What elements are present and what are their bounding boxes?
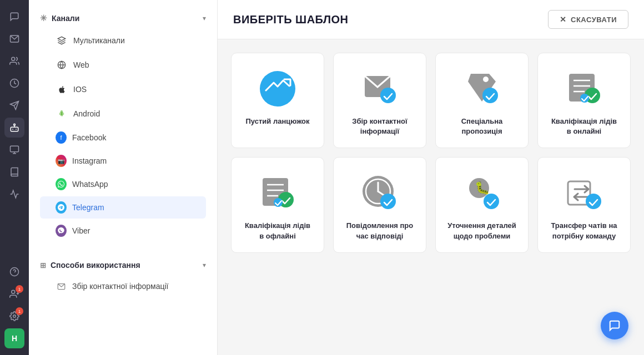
- facebook-icon: f: [56, 132, 67, 143]
- book-nav-icon[interactable]: [4, 162, 24, 182]
- template-icon-team-transfer: [564, 173, 604, 213]
- sidebar-item-android[interactable]: Android: [40, 102, 206, 125]
- sidebar-item-contact-info[interactable]: Збір контактної інформації: [40, 275, 206, 297]
- template-card-problem-details[interactable]: 🐛 Уточнення деталей щодо проблеми: [435, 157, 529, 252]
- svg-point-50: [586, 194, 601, 209]
- channels-section: ✳ Канали ▾ Мультиканали Web IOS: [29, 0, 217, 247]
- monitor-nav-icon[interactable]: [4, 140, 24, 160]
- sidebar-item-telegram[interactable]: Telegram: [40, 196, 206, 219]
- sidebar-item-multichannel[interactable]: Мультиканали: [40, 29, 206, 52]
- sidebar-item-web[interactable]: Web: [40, 53, 206, 77]
- template-card-special-offer[interactable]: Спеціальна пропозиція: [435, 53, 529, 148]
- svg-rect-10: [11, 146, 19, 152]
- contact-info-icon: [56, 281, 67, 292]
- template-label-special-offer: Спеціальна пропозиція: [447, 116, 517, 136]
- main-content: ВИБЕРІТЬ ШАБЛОН ✕ СКАСУВАТИ Пустий ланцю…: [218, 0, 644, 355]
- svg-point-25: [483, 77, 489, 82]
- mail-nav-icon[interactable]: [4, 29, 24, 49]
- bot-nav-icon[interactable]: [4, 118, 24, 138]
- apple-icon: [56, 83, 68, 95]
- sidebar-item-whatsapp[interactable]: WhatsApp: [40, 173, 206, 195]
- page-title: ВИБЕРІТЬ ШАБЛОН: [233, 13, 349, 26]
- channels-section-header[interactable]: ✳ Канали ▾: [40, 9, 206, 28]
- usage-section-header[interactable]: ⊞ Способи використання ▾: [40, 256, 206, 274]
- templates-area: Пустий ланцюжок Збір контактної інформац…: [218, 39, 644, 355]
- template-icon-empty-chain: [258, 69, 298, 109]
- floating-chat-button[interactable]: [601, 312, 628, 339]
- template-card-leads-online[interactable]: Кваліфікація лідів в онлайні: [537, 53, 631, 148]
- whatsapp-icon: [56, 179, 67, 190]
- svg-point-38: [274, 198, 283, 207]
- contact-info-label: Збір контактної інформації: [72, 282, 168, 291]
- template-card-empty-chain[interactable]: Пустий ланцюжок: [231, 53, 324, 148]
- channels-chevron-icon: ▾: [203, 14, 206, 22]
- usage-chevron-icon: ▾: [203, 261, 206, 269]
- svg-text:🐛: 🐛: [475, 180, 490, 195]
- multichannel-label: Мультиканали: [73, 36, 125, 45]
- template-label-empty-chain: Пустий ланцюжок: [245, 116, 309, 126]
- template-label-leads-offline: Кваліфікація лідів в офлайні: [243, 221, 313, 241]
- template-label-problem-details: Уточнення деталей щодо проблеми: [447, 221, 517, 241]
- team-badge: 1: [16, 285, 23, 293]
- templates-grid: Пустий ланцюжок Збір контактної інформац…: [231, 53, 631, 253]
- usage-label: Способи використання: [51, 261, 140, 270]
- sidebar-item-instagram[interactable]: 📷 Instagram: [40, 150, 206, 172]
- instagram-icon: 📷: [56, 155, 67, 166]
- whatsapp-label: WhatsApp: [72, 180, 108, 189]
- nav-panel: ✳ Канали ▾ Мультиканали Web IOS: [29, 0, 218, 355]
- instagram-label: Instagram: [72, 156, 107, 165]
- clock-nav-icon[interactable]: [4, 73, 24, 93]
- web-label: Web: [73, 60, 89, 69]
- svg-point-1: [12, 57, 15, 60]
- telegram-label: Telegram: [72, 203, 104, 212]
- template-icon-special-offer: [462, 69, 502, 109]
- telegram-icon: [56, 202, 67, 213]
- svg-point-32: [580, 94, 589, 103]
- svg-point-6: [14, 124, 16, 125]
- svg-point-43: [380, 194, 396, 209]
- svg-point-26: [482, 88, 498, 103]
- sidebar-item-facebook[interactable]: f Facebook: [40, 126, 206, 149]
- svg-rect-5: [11, 127, 18, 131]
- template-card-team-transfer[interactable]: Трансфер чатів на потрібну команду: [537, 157, 631, 252]
- template-label-leads-online: Кваліфікація лідів в онлайні: [549, 116, 619, 136]
- cancel-button[interactable]: ✕ СКАСУВАТИ: [548, 10, 628, 29]
- settings-badge: 1: [16, 307, 23, 315]
- help-nav-icon[interactable]: [4, 262, 24, 282]
- sidebar-icons: 1 1 H: [0, 0, 29, 355]
- team-nav-icon[interactable]: 1: [4, 284, 24, 304]
- ios-label: IOS: [73, 85, 87, 94]
- user-avatar-icon[interactable]: H: [4, 328, 24, 348]
- template-card-contact-info[interactable]: Збір контактної інформації: [333, 53, 426, 148]
- analytics-nav-icon[interactable]: [4, 184, 24, 204]
- template-icon-contact-info: [360, 69, 400, 109]
- svg-point-24: [380, 88, 396, 103]
- settings-nav-icon[interactable]: 1: [4, 306, 24, 326]
- template-icon-response-time: [360, 173, 400, 213]
- sidebar-item-ios[interactable]: IOS: [40, 78, 206, 101]
- facebook-label: Facebook: [72, 133, 106, 142]
- users-nav-icon[interactable]: [4, 51, 24, 71]
- viber-icon: [56, 225, 67, 236]
- template-icon-leads-online: [564, 69, 604, 109]
- template-card-leads-offline[interactable]: Кваліфікація лідів в офлайні: [231, 157, 324, 252]
- svg-point-15: [12, 290, 15, 293]
- page-header: ВИБЕРІТЬ ШАБЛОН ✕ СКАСУВАТИ: [218, 0, 644, 39]
- template-icon-problem-details: 🐛: [462, 173, 502, 213]
- multichannel-icon: [56, 34, 68, 47]
- cancel-x-icon: ✕: [560, 15, 567, 24]
- usage-section: ⊞ Способи використання ▾ Збір контактної…: [29, 247, 217, 303]
- channels-label: Канали: [52, 14, 79, 23]
- web-icon: [56, 59, 68, 71]
- template-icon-leads-offline: [258, 173, 298, 213]
- send-nav-icon[interactable]: [4, 95, 24, 115]
- android-label: Android: [73, 109, 100, 118]
- template-label-contact-info: Збір контактної інформації: [345, 116, 415, 136]
- viber-label: Viber: [72, 226, 90, 235]
- sidebar-item-viber[interactable]: Viber: [40, 220, 206, 242]
- template-card-response-time[interactable]: Повідомлення про час відповіді: [333, 157, 426, 252]
- svg-point-18: [13, 315, 16, 318]
- template-label-response-time: Повідомлення про час відповіді: [345, 221, 415, 241]
- chat-nav-icon[interactable]: [4, 7, 24, 27]
- cancel-label: СКАСУВАТИ: [571, 16, 617, 24]
